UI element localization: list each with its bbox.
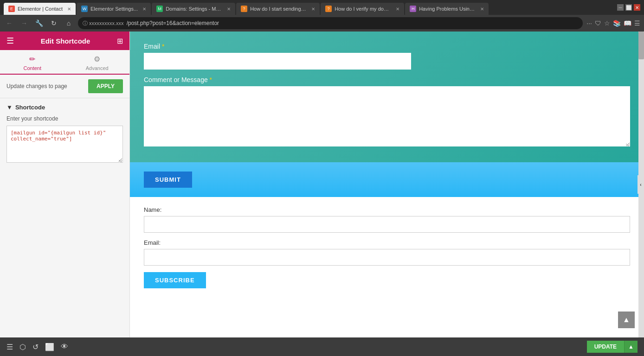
email-input[interactable] (144, 53, 411, 70)
sidebar-title: Edit Shortcode (41, 37, 90, 45)
tab-close-tab1[interactable]: ✕ (67, 6, 71, 12)
browser-tab-tab5[interactable]: ?How do I verify my doma...✕ (321, 3, 404, 15)
shortcode-section: ▼ Shortcode Enter your shortcode [mailgu… (0, 98, 129, 170)
history-icon[interactable]: ↺ (32, 343, 39, 351)
apply-section: Update changes to page APPLY (0, 75, 129, 98)
library-icon[interactable]: 📚 (613, 19, 621, 27)
apply-label: Update changes to page (6, 83, 67, 89)
browser-navbar: ← → 🔧 ↻ ⌂ ⓘ xxxxxxxxxx.xxx /post.php?pos… (0, 15, 644, 32)
minimize-button[interactable]: ─ (617, 4, 624, 11)
tab-favicon-tab3: M (156, 6, 163, 12)
submit-section: SUBMIT (130, 162, 644, 197)
browser-tab-tab6[interactable]: HHaving Problems Using E...✕ (405, 3, 489, 15)
window-controls: ─ ⬜ ✕ (617, 4, 640, 11)
tab-close-tab4[interactable]: ✕ (311, 6, 315, 12)
content-icon: ✏ (29, 55, 35, 64)
back-button[interactable]: ← (4, 18, 15, 29)
tab-label-tab4: How do I start sending em... (250, 6, 307, 12)
subscribe-email-input[interactable] (144, 249, 630, 266)
tab-favicon-tab6: H (410, 6, 416, 12)
settings-icon: ⚙ (94, 55, 100, 64)
collapse-icon: ▼ (6, 104, 13, 111)
overflow-icon[interactable]: ··· (586, 19, 592, 27)
shortcode-input[interactable]: [mailgun id="{mailgun list id}" collect_… (6, 126, 123, 163)
tab-close-tab2[interactable]: ✕ (142, 6, 146, 12)
update-btn-group: UPDATE ▲ (587, 341, 638, 353)
browser-titlebar: EElementor | Contact✕WElementor Settings… (0, 0, 644, 15)
message-label: Comment or Message * (144, 76, 630, 83)
sidebar: ☰ Edit Shortcode ⊞ ✏ Content ⚙ Advanced … (0, 32, 130, 337)
browser-tab-tab1[interactable]: EElementor | Contact✕ (4, 3, 76, 15)
tab-close-tab6[interactable]: ✕ (480, 6, 484, 12)
browser-tabs: EElementor | Contact✕WElementor Settings… (4, 0, 615, 15)
tab-label-tab5: How do I verify my doma... (335, 6, 391, 12)
scroll-top-button[interactable]: ▲ (618, 312, 635, 328)
url-prefix: ⓘ xxxxxxxxxx.xxx (83, 20, 124, 27)
home-button[interactable]: ⌂ (63, 18, 74, 29)
submit-button[interactable]: SUBMIT (144, 172, 192, 188)
refresh-button[interactable]: ↻ (48, 18, 59, 29)
update-dropdown-button[interactable]: ▲ (624, 341, 638, 353)
subscribe-section: Name: Email: SUBSCRIBE (130, 197, 644, 298)
content-area[interactable]: Email * Comment or Message * ⤡ SUBMIT (130, 32, 644, 337)
tab-favicon-tab5: ? (325, 6, 332, 12)
tab-favicon-tab4: ? (241, 6, 247, 12)
apply-button[interactable]: APPLY (88, 79, 123, 93)
browser-tab-tab3[interactable]: MDomains: Settings - Maile...✕ (152, 3, 235, 15)
name-input[interactable] (144, 216, 630, 233)
textarea-resize-handle: ⤡ (625, 142, 629, 147)
tab-content[interactable]: ✏ Content (0, 50, 65, 75)
browser-tab-tab4[interactable]: ?How do I start sending em...✕ (236, 3, 320, 15)
collapse-panel[interactable]: ‹ (638, 175, 644, 194)
update-button[interactable]: UPDATE (587, 341, 624, 353)
tab-label-tab2: Elementor Settings... (90, 6, 138, 12)
advanced-tab-label: Advanced (86, 65, 109, 71)
tab-favicon-tab2: W (81, 6, 88, 12)
reader-icon[interactable]: 📖 (624, 19, 631, 27)
address-bar[interactable]: ⓘ xxxxxxxxxx.xxx /post.php?post=16&actio… (78, 17, 583, 29)
main-layout: ☰ Edit Shortcode ⊞ ✏ Content ⚙ Advanced … (0, 32, 644, 337)
email-required: * (162, 43, 164, 50)
name-label: Name: (144, 206, 630, 213)
grid-icon[interactable]: ⊞ (117, 37, 123, 45)
message-required: * (210, 76, 212, 83)
tools-button[interactable]: 🔧 (33, 18, 45, 29)
view-icon[interactable]: 👁 (61, 343, 68, 351)
tab-advanced[interactable]: ⚙ Advanced (65, 50, 130, 75)
nav-right-icons: ··· 🛡 ☆ 📚 📖 ☰ (586, 19, 640, 27)
bookmark-icon[interactable]: ☆ (604, 19, 610, 27)
content-wrapper: ‹ Email * Comment or Message * ⤡ (130, 32, 644, 337)
tab-close-tab3[interactable]: ✕ (227, 6, 231, 12)
scrollbar-thumb[interactable] (638, 32, 644, 59)
subscribe-button[interactable]: SUBSCRIBE (144, 272, 206, 288)
contact-form-section: Email * Comment or Message * ⤡ (130, 32, 644, 162)
menu-icon[interactable]: ☰ (634, 19, 640, 27)
hamburger-toolbar-icon[interactable]: ☰ (6, 343, 13, 351)
url-text: /post.php?post=16&action=elementor (127, 20, 219, 26)
layers-icon[interactable]: ⬡ (19, 343, 26, 351)
browser-tab-tab2[interactable]: WElementor Settings...✕ (77, 3, 151, 15)
content-tab-label: Content (23, 65, 41, 71)
hamburger-icon[interactable]: ☰ (6, 36, 14, 46)
section-title-text: Shortcode (15, 104, 45, 111)
bottom-toolbar: ☰ ⬡ ↺ ⬜ 👁 UPDATE ▲ (0, 337, 644, 356)
maximize-button[interactable]: ⬜ (625, 4, 632, 11)
shield-icon: 🛡 (595, 19, 601, 27)
sidebar-header: ☰ Edit Shortcode ⊞ (0, 32, 129, 50)
message-input[interactable] (144, 86, 630, 146)
sidebar-header-icons: ⊞ (117, 37, 123, 45)
forward-button[interactable]: → (19, 18, 30, 29)
preview-icon[interactable]: ⬜ (45, 343, 54, 351)
sidebar-tabs: ✏ Content ⚙ Advanced (0, 50, 129, 75)
subscribe-email-label: Email: (144, 239, 630, 246)
section-title[interactable]: ▼ Shortcode (6, 104, 123, 111)
tab-label-tab3: Domains: Settings - Maile... (166, 6, 222, 12)
shortcode-label: Enter your shortcode (6, 115, 123, 122)
email-label: Email * (144, 43, 630, 50)
tab-label-tab1: Elementor | Contact (18, 6, 63, 12)
close-button[interactable]: ✕ (634, 4, 640, 11)
tab-close-tab5[interactable]: ✕ (396, 6, 399, 12)
tab-label-tab6: Having Problems Using E... (419, 6, 476, 12)
tab-favicon-tab1: E (8, 6, 15, 12)
resize-handle: ⤡ (118, 159, 122, 164)
